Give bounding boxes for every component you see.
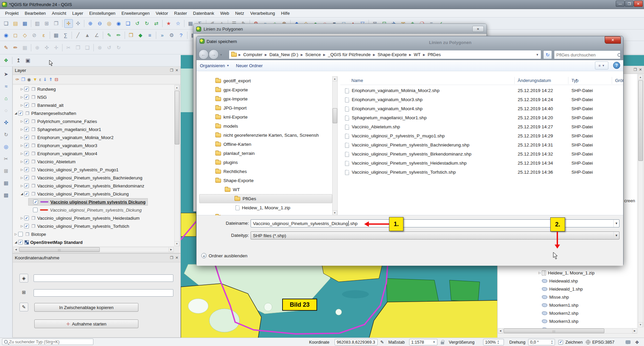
paste-features-icon[interactable]: ❑ xyxy=(83,43,92,52)
menu-item[interactable]: Layer xyxy=(69,10,86,17)
manage-visibility-icon[interactable]: ◉ xyxy=(27,77,31,82)
add-feature-icon[interactable]: ⊕ xyxy=(33,43,42,52)
help-icon[interactable]: ? xyxy=(177,31,185,40)
layer-checkbox[interactable]: ✓ xyxy=(24,175,29,180)
show-bookmarks-icon[interactable]: ☆ xyxy=(174,19,182,28)
labeling-icon[interactable]: ✎ xyxy=(105,31,114,40)
breadcrumb[interactable]: ▶Computer▶Data_New (D:)▶Science▶_QGIS fü… xyxy=(229,50,541,59)
file-row[interactable]: Vaccinio_uliginosi_Pinetum_sylvestris_Ba… xyxy=(340,141,622,150)
change-view-button[interactable]: ≡▼ xyxy=(595,61,608,70)
layer-checkbox[interactable]: ✓ xyxy=(33,200,38,204)
toolbar-icon[interactable] xyxy=(61,43,63,52)
folder-tree-item[interactable]: kml-Exporte xyxy=(199,113,332,122)
circle-tool-icon[interactable]: ◌ xyxy=(2,106,10,115)
menu-item[interactable]: Netz xyxy=(232,10,247,17)
filter-expression-icon[interactable]: ε xyxy=(39,77,41,82)
breadcrumb-segment[interactable]: ▶Computer xyxy=(238,52,264,57)
layer-checkbox[interactable]: ✓ xyxy=(24,191,29,196)
data-source-manager-icon[interactable]: ≡ xyxy=(145,31,154,40)
file-row[interactable]: Eriophorum_vaginatum_Moor4.shp 25.12.201… xyxy=(340,104,622,114)
toolbar-icon[interactable] xyxy=(161,19,164,28)
zoom-out-icon[interactable]: ⊖ xyxy=(95,19,104,28)
expand-icon[interactable]: ▷ xyxy=(19,144,24,147)
layer-checkbox[interactable]: ✓ xyxy=(24,127,29,132)
layer-checkbox[interactable]: ✓ xyxy=(24,167,29,172)
lock-scale-icon[interactable] xyxy=(441,342,444,344)
file-row[interactable]: Vaccinio_uliginosi_Pinetum_sylvestris_To… xyxy=(340,168,622,177)
folder-tree-item[interactable]: Shape-Exporte xyxy=(199,176,332,185)
file-row[interactable]: Vaccinio_uliginosi_Pinetum_sylvestris_He… xyxy=(340,159,622,168)
expand-icon[interactable]: ▷ xyxy=(19,95,24,99)
folder-tree-vscrollbar[interactable]: ▲ ▼ xyxy=(332,76,338,215)
file-row[interactable]: Eriophorum_vaginatum_Moor3.shp 25.12.201… xyxy=(340,95,622,104)
column-size[interactable]: Größe xyxy=(615,78,623,83)
layer-checkbox[interactable]: ✓ xyxy=(24,119,29,124)
toolbar-icon[interactable] xyxy=(83,19,85,28)
layer-checkbox[interactable]: ✓ xyxy=(24,95,29,99)
folder-tree-item[interactable]: Heidew_1, Moorw_1.zip xyxy=(199,203,332,212)
float-panel-icon[interactable]: ❐ xyxy=(170,256,173,260)
field-calc-icon[interactable]: ∑ xyxy=(61,31,70,40)
history-dropdown-icon[interactable]: ▼ xyxy=(220,53,222,56)
layer-checkbox[interactable]: ✓ xyxy=(18,240,23,245)
identify-features-icon[interactable]: ◉ xyxy=(2,31,10,40)
raster-tool-icon[interactable]: ▦ xyxy=(2,178,10,187)
save-edits-icon[interactable]: ▦ xyxy=(20,43,29,52)
copy-map-image-icon[interactable]: ▣ xyxy=(24,56,32,65)
zoom-to-selection-icon[interactable]: ◉ xyxy=(114,19,123,28)
redo-icon[interactable]: ↻ xyxy=(114,43,123,52)
expand-icon[interactable]: ◢ xyxy=(19,192,24,196)
float-panel-icon[interactable]: ❐ xyxy=(170,68,173,73)
export-map-icon[interactable]: ❖ xyxy=(2,56,10,65)
forward-button[interactable]: → xyxy=(209,49,219,59)
new-layout-icon[interactable]: ⊞ xyxy=(42,19,51,28)
remove-layer-icon[interactable]: ⊟ xyxy=(54,77,58,82)
expand-icon[interactable]: ▷ xyxy=(19,176,24,179)
layer-item[interactable]: ▷ ✓ ❐ Eriophorum_vaginatum_Molinia_Moor2 xyxy=(13,133,174,141)
layer-item[interactable]: ▷ ✓ ❐ Vaccinio_Abietetum xyxy=(13,158,174,166)
layer-item[interactable]: ▷ ❐ Biotope xyxy=(13,230,174,238)
toolbar-icon[interactable] xyxy=(183,19,185,28)
layer-checkbox[interactable] xyxy=(18,232,23,236)
layer-item[interactable]: ◢ ✓ ❐ Vaccinio_uliginosi_Pinetum_sylvest… xyxy=(13,190,174,198)
close-panel-icon[interactable]: ✕ xyxy=(175,256,178,260)
expand-icon[interactable]: ▷ xyxy=(19,120,24,123)
menu-item[interactable]: Ansicht xyxy=(49,10,69,17)
print-layout-icon[interactable]: ▥ xyxy=(33,19,42,28)
crs-status[interactable]: EPSG:3857 xyxy=(592,338,614,346)
locator-search[interactable] xyxy=(2,339,93,345)
menu-item[interactable]: Erweiterungen xyxy=(119,10,153,17)
breadcrumb-segment[interactable]: ▶WT xyxy=(408,52,422,57)
expand-icon[interactable]: ◢ xyxy=(13,241,18,244)
dialog-close-button[interactable]: ✕ xyxy=(605,36,621,44)
browser-item[interactable]: Moorkern2.shp xyxy=(538,309,637,317)
layer-item[interactable]: Vaccinio_uliginosi_Pinetum_sylvestris_Di… xyxy=(13,206,174,214)
file-row[interactable]: Sphagnetum_magellanici_Moor1.shp 25.12.2… xyxy=(340,114,622,123)
back-button[interactable]: ← xyxy=(199,49,209,59)
layer-checkbox[interactable]: ✓ xyxy=(24,224,29,228)
breadcrumb-segment[interactable]: ▶Shape-Exporte xyxy=(372,52,408,57)
expand-icon[interactable]: ▷ xyxy=(13,232,18,236)
select-expression-icon[interactable]: ε xyxy=(39,31,48,40)
layer-tree-vscrollbar[interactable]: ▲ ▼ xyxy=(174,85,180,246)
layer-item[interactable]: ◢ ✓ ❐ Pflanzengesellschaften xyxy=(13,109,174,117)
table-tool-icon[interactable]: ▩ xyxy=(2,190,10,199)
browser-item[interactable]: Heidewald_1.shp xyxy=(538,285,637,293)
collapse-all-icon[interactable]: ⇑ xyxy=(49,77,52,82)
cut-features-icon[interactable]: ✂ xyxy=(64,43,73,52)
expand-icon[interactable]: ▷ xyxy=(19,87,24,91)
filetype-select[interactable]: SHP files (*.shp) ▼ xyxy=(251,231,619,240)
menu-item[interactable]: Web xyxy=(217,10,232,17)
refresh-map-icon[interactable]: ⇄ xyxy=(152,19,161,28)
layer-item[interactable]: ▷ ✓ ❐ NSG xyxy=(13,93,174,101)
expand-icon[interactable]: ▷ xyxy=(19,216,24,220)
open-project-icon[interactable]: ▤ xyxy=(11,19,20,28)
menu-item[interactable]: Einstellungen xyxy=(86,10,119,17)
layer-item[interactable]: ▷ ✓ ❐ Rundweg xyxy=(13,85,174,93)
maximize-button[interactable]: ❐ xyxy=(625,1,634,7)
layer-checkbox[interactable]: ✓ xyxy=(18,111,23,116)
new-bookmark-icon[interactable]: ★ xyxy=(164,19,173,28)
layer-item[interactable]: ▷ ✓ ❐ Eriophorum_vaginatum_Moor4 xyxy=(13,149,174,158)
minimize-button[interactable]: — xyxy=(616,1,625,7)
layer-item[interactable]: ▷ ✓ ❐ Vaccinio_uliginosi_P_sylvestris_P_… xyxy=(13,166,174,174)
